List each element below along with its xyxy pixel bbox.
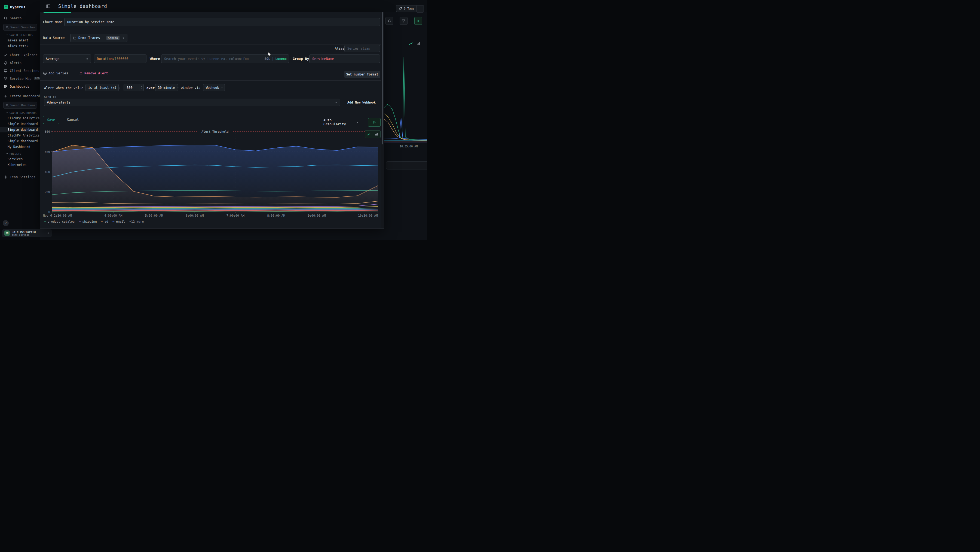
filter-icon <box>402 19 405 22</box>
granularity-select[interactable]: Auto Granularity <box>321 118 361 126</box>
saved-dashboards-placeholder: Saved Dashboards <box>10 104 37 107</box>
presets-header[interactable]: PRESETS <box>0 151 40 156</box>
stepper-up-icon[interactable] <box>140 86 143 88</box>
set-number-format-button[interactable]: Set number format <box>344 71 380 78</box>
modal-scrollbar[interactable] <box>381 12 384 228</box>
sql-toggle[interactable]: SQL <box>265 57 270 61</box>
preset-item-kubernetes[interactable]: Kubernetes <box>0 162 40 168</box>
user-menu[interactable]: DM Dale McDiarmid demo-service - <box>2 229 52 237</box>
bell-icon <box>4 61 8 65</box>
saved-dashboard-item[interactable]: Simple Dashboard <box>0 121 40 127</box>
more-options-button[interactable] <box>416 5 424 13</box>
alert-threshold-wrap <box>124 84 144 91</box>
svg-text:6:00:00 AM: 6:00:00 AM <box>186 214 204 217</box>
bar-chart-icon[interactable] <box>416 41 420 46</box>
legend-item[interactable]: —ad <box>101 220 108 223</box>
sidebar-item-team-settings[interactable]: Team Settings <box>0 173 40 181</box>
filter-button[interactable] <box>399 17 407 25</box>
user-subtitle: demo-service - <box>12 233 36 236</box>
saved-searches-search-input[interactable]: Saved Searches <box>3 24 37 31</box>
over-text: over <box>146 86 154 90</box>
brand-name: HyperDX <box>10 5 25 9</box>
legend-item[interactable]: —shipping <box>79 220 97 223</box>
help-button[interactable]: ? <box>3 220 9 226</box>
saved-dashboards-header[interactable]: SAVED DASHBOARDS <box>0 110 40 115</box>
alert-window-select[interactable]: 30 minute <box>155 84 178 91</box>
chevrons-updown-icon <box>177 86 179 89</box>
chevrons-updown-icon <box>118 86 121 89</box>
sidebar-item-alerts[interactable]: Alerts <box>0 59 40 67</box>
preset-item-services[interactable]: Services <box>0 156 40 162</box>
brand[interactable]: HyperDX <box>0 3 40 10</box>
saved-dashboard-item-active[interactable]: Simple dashboard <box>0 127 40 132</box>
saved-dashboard-item[interactable]: My Dashboard <box>0 144 40 150</box>
line-chart-toggle[interactable] <box>365 131 373 138</box>
svg-text:10:30:00 AM: 10:30:00 AM <box>358 214 378 217</box>
duration-chart[interactable]: 0200400600800Nov 6 2:30:00 AM4:00:00 AM5… <box>43 129 381 219</box>
send-to-select[interactable]: #demo-alerts <box>44 99 340 106</box>
add-new-webhook-button[interactable]: Add New Webhook <box>347 101 375 104</box>
alias-input[interactable] <box>344 45 380 52</box>
legend-item[interactable]: —product-catalog <box>44 220 75 223</box>
saved-dashboard-item[interactable]: Simple dashboard <box>0 138 40 144</box>
add-series-button[interactable]: Add Series <box>43 72 68 75</box>
saved-dashboard-item[interactable]: ClickPy Analytics <box>0 132 40 138</box>
saved-dashboards-search-input[interactable]: Saved Dashboards <box>3 102 37 109</box>
saved-search-item[interactable]: mikes tets2 <box>0 43 40 49</box>
scrollbar-thumb[interactable] <box>382 12 383 144</box>
legend-more[interactable]: +12 more <box>129 220 144 223</box>
saved-searches-header[interactable]: SAVED SEARCHES <box>0 32 40 37</box>
alert-prefix-text: Alert when the value <box>44 86 84 90</box>
alert-condition-select[interactable]: is at least (≥) <box>86 84 119 91</box>
legend-swatch: — <box>79 220 81 223</box>
background-chart-type-toggle <box>409 41 420 46</box>
bar-chart-toggle[interactable] <box>373 131 380 138</box>
svg-text:Alert Threshold: Alert Threshold <box>202 130 228 134</box>
sidebar-item-client-sessions[interactable]: Client Sessions <box>0 67 40 75</box>
where-input-wrap: SQL | Lucene <box>161 54 289 63</box>
aggregation-select[interactable]: Average <box>43 54 91 63</box>
line-chart-icon[interactable] <box>409 41 413 46</box>
create-dashboard-button[interactable]: Create Dashboard <box>0 92 40 100</box>
stepper-down-icon[interactable] <box>140 88 143 89</box>
alert-config-section: Alert when the value is at least (≥) ove… <box>40 80 384 112</box>
sidebar-item-service-map[interactable]: Service Map BETA <box>0 75 40 83</box>
lucene-toggle[interactable]: Lucene <box>275 57 286 61</box>
collapse-sidebar-icon[interactable] <box>46 4 51 9</box>
cancel-button[interactable]: Cancel <box>64 116 82 123</box>
remove-alert-button[interactable]: Remove Alert <box>79 72 108 75</box>
svg-text:0: 0 <box>48 211 50 214</box>
page-title: Simple dashboard <box>58 3 107 9</box>
refresh-button[interactable] <box>385 17 393 25</box>
bell-icon <box>79 72 83 75</box>
line-chart-icon <box>367 132 371 136</box>
legend-swatch: — <box>113 220 115 223</box>
sidebar-item-search[interactable]: Search <box>0 14 40 22</box>
saved-dashboard-item[interactable]: ClickPy Analytics <box>0 115 40 121</box>
alias-label: Alias <box>335 46 342 50</box>
tags-button[interactable]: 0 Tags <box>396 5 417 12</box>
saved-searches-placeholder: Saved Searches <box>10 26 36 29</box>
save-button[interactable]: Save <box>43 116 59 124</box>
sidebar-item-chart-explorer[interactable]: Chart Explorer <box>0 51 40 59</box>
gear-icon <box>4 175 8 179</box>
background-chart-time-label: 10:35:00 AM <box>399 145 418 148</box>
query-language-toggle: SQL | Lucene <box>265 54 286 63</box>
field-expression-input[interactable] <box>94 54 146 63</box>
alert-channel-select[interactable]: Webhook <box>203 84 225 91</box>
chart-name-input[interactable] <box>64 18 380 26</box>
group-by-input[interactable] <box>309 54 380 63</box>
saved-search-item[interactable]: mikes alert <box>0 37 40 43</box>
legend-swatch: — <box>101 220 103 223</box>
legend-item[interactable]: —email <box>113 220 125 223</box>
sidebar-item-dashboards[interactable]: Dashboards <box>0 83 40 91</box>
schema-badge: Schema <box>107 36 119 40</box>
chart-name-label: Chart Name <box>43 20 63 24</box>
monitor-icon <box>4 69 8 73</box>
data-source-select[interactable]: Demo Traces Schema <box>70 34 127 42</box>
chevrons-updown-icon <box>47 232 49 235</box>
run-query-button[interactable] <box>414 17 422 25</box>
folder-icon <box>73 36 76 40</box>
app-root: HyperDX Search Saved Searches SAVED SEAR… <box>0 0 427 240</box>
run-chart-button[interactable] <box>368 118 380 127</box>
